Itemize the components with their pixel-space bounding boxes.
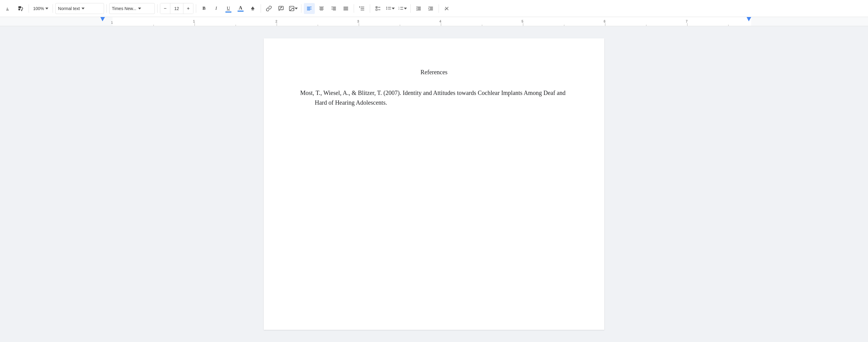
svg-rect-31 bbox=[376, 9, 377, 10]
comment-button[interactable]: + bbox=[276, 3, 286, 14]
numbered-list-chevron-icon bbox=[404, 8, 407, 9]
underline-label: U bbox=[226, 6, 230, 11]
svg-point-3 bbox=[21, 10, 22, 11]
separator-1 bbox=[29, 4, 29, 13]
separator-4 bbox=[157, 4, 158, 13]
font-size-increase-button[interactable]: + bbox=[183, 3, 193, 14]
numbered-list-button[interactable]: 1. 2. bbox=[397, 3, 408, 14]
underline-color-bar bbox=[225, 11, 231, 12]
indent-increase-icon bbox=[428, 5, 434, 11]
font-color-bar bbox=[238, 11, 244, 11]
bullet-list-button[interactable] bbox=[385, 3, 396, 14]
align-right-icon bbox=[331, 5, 337, 11]
svg-text:1.: 1. bbox=[398, 6, 400, 8]
svg-rect-51 bbox=[113, 17, 751, 26]
image-button[interactable] bbox=[288, 3, 299, 14]
toolbar: A 100% Normal text Times New... − + bbox=[0, 0, 868, 17]
references-heading: References bbox=[300, 69, 568, 76]
separator-10 bbox=[410, 4, 411, 13]
svg-text:2.: 2. bbox=[398, 8, 400, 10]
svg-text:T: T bbox=[444, 8, 446, 11]
clear-format-icon: T bbox=[444, 5, 450, 11]
ruler: 1 1 2 3 4 5 6 7 bbox=[0, 17, 868, 26]
document-area: References Most, T., Wiesel, A., & Blitz… bbox=[0, 26, 868, 342]
align-left-button[interactable] bbox=[304, 3, 315, 14]
separator-5 bbox=[196, 4, 196, 13]
checklist-icon bbox=[375, 5, 381, 11]
svg-text:5: 5 bbox=[522, 20, 523, 23]
checklist-button[interactable] bbox=[373, 3, 383, 14]
svg-text:3: 3 bbox=[358, 20, 359, 23]
document-page: References Most, T., Wiesel, A., & Blitz… bbox=[264, 38, 604, 330]
font-dropdown[interactable]: Times New... bbox=[109, 3, 155, 14]
indent-decrease-button[interactable] bbox=[413, 3, 424, 14]
spellcheck-button[interactable]: A bbox=[3, 3, 14, 14]
bullet-list-chevron-icon bbox=[392, 8, 395, 9]
svg-text:1: 1 bbox=[111, 21, 113, 24]
align-justify-icon bbox=[343, 5, 349, 11]
svg-point-33 bbox=[386, 7, 387, 8]
styles-label: Normal text bbox=[58, 6, 80, 11]
bold-label: B bbox=[203, 6, 206, 11]
font-color-label: A bbox=[239, 5, 242, 11]
zoom-value: 100% bbox=[33, 6, 44, 11]
bullet-list-icon bbox=[385, 5, 392, 11]
highlight-color-button[interactable] bbox=[247, 3, 258, 14]
link-button[interactable] bbox=[264, 3, 274, 14]
svg-text:1: 1 bbox=[193, 20, 195, 23]
align-justify-button[interactable] bbox=[340, 3, 351, 14]
font-label: Times New... bbox=[112, 6, 136, 11]
svg-point-9 bbox=[290, 7, 291, 8]
svg-text:4: 4 bbox=[439, 20, 441, 23]
svg-text:2: 2 bbox=[276, 20, 277, 23]
svg-text:7: 7 bbox=[686, 20, 688, 23]
font-size-input[interactable] bbox=[170, 3, 183, 14]
indent-increase-button[interactable] bbox=[425, 3, 436, 14]
link-icon bbox=[266, 5, 272, 11]
font-color-button[interactable]: A bbox=[235, 3, 246, 14]
svg-point-35 bbox=[386, 8, 387, 9]
styles-chevron-icon bbox=[82, 8, 85, 9]
ruler-svg: 1 1 2 3 4 5 6 7 bbox=[0, 17, 868, 26]
align-center-button[interactable] bbox=[316, 3, 327, 14]
font-size-controls: − + bbox=[160, 3, 193, 14]
separator-8 bbox=[354, 4, 354, 13]
italic-button[interactable]: I bbox=[211, 3, 222, 14]
svg-rect-2 bbox=[19, 8, 20, 10]
underline-button[interactable]: U bbox=[223, 3, 234, 14]
line-spacing-icon bbox=[359, 5, 365, 11]
line-spacing-button[interactable] bbox=[356, 3, 367, 14]
zoom-dropdown[interactable]: 100% bbox=[31, 3, 50, 14]
svg-text:+: + bbox=[281, 6, 282, 8]
image-icon bbox=[289, 5, 295, 11]
paint-format-button[interactable] bbox=[15, 3, 26, 14]
italic-label: I bbox=[215, 6, 217, 11]
highlight-icon bbox=[250, 6, 255, 11]
underline-button-wrap: U bbox=[223, 3, 234, 14]
reference-text[interactable]: Most, T., Wiesel, A., & Blitzer, T. (200… bbox=[300, 88, 568, 107]
bold-button[interactable]: B bbox=[198, 3, 210, 14]
indent-decrease-icon bbox=[415, 5, 422, 11]
comment-icon: + bbox=[278, 5, 284, 11]
align-left-icon bbox=[306, 5, 312, 11]
styles-dropdown[interactable]: Normal text bbox=[55, 3, 104, 14]
svg-text:6: 6 bbox=[604, 20, 606, 23]
clear-format-button[interactable]: T bbox=[441, 3, 452, 14]
font-chevron-icon bbox=[138, 8, 141, 9]
zoom-chevron-icon bbox=[45, 8, 49, 9]
numbered-list-icon: 1. 2. bbox=[398, 5, 404, 11]
separator-2 bbox=[53, 4, 53, 13]
separator-3 bbox=[106, 4, 107, 13]
font-size-decrease-button[interactable]: − bbox=[160, 3, 170, 14]
align-right-button[interactable] bbox=[328, 3, 339, 14]
align-center-icon bbox=[318, 5, 324, 11]
svg-rect-1 bbox=[19, 6, 21, 8]
image-chevron-icon bbox=[295, 8, 298, 9]
